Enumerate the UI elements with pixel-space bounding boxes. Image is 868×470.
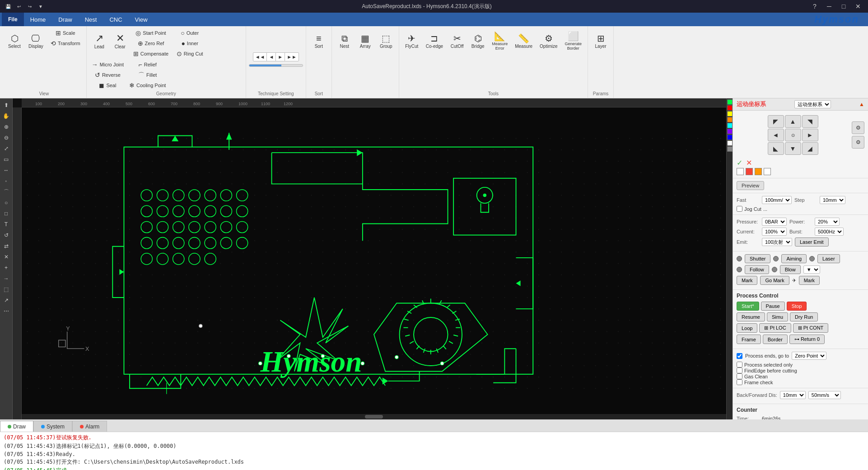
preview-button[interactable]: Preview — [737, 181, 764, 190]
nest-button[interactable]: ⧉ Nest — [335, 28, 355, 54]
dir-ul-btn[interactable]: ◤ — [768, 115, 784, 128]
scale-button[interactable]: ⊞ Scale — [47, 28, 84, 38]
expand-icon[interactable]: ▲ — [859, 101, 864, 107]
zoom-out-tool[interactable]: ⊖ — [1, 133, 11, 143]
canvas-area[interactable]: 100 200 300 400 500 600 700 800 900 1000… — [13, 98, 726, 419]
back-fwd-select1[interactable]: 10mm5mm — [780, 391, 806, 399]
hscrollbar-thumb[interactable] — [365, 415, 383, 419]
color-yellow[interactable] — [727, 111, 733, 116]
resume-button[interactable]: Resume — [737, 312, 765, 321]
sort-next-btn[interactable]: ► — [276, 53, 285, 61]
hscrollbar[interactable] — [22, 414, 726, 419]
color-white[interactable] — [727, 140, 733, 146]
jog-cut-checkbox[interactable] — [737, 206, 742, 212]
redo-icon[interactable]: ↪ — [25, 2, 34, 11]
pad-config2-btn[interactable]: ⚙ — [852, 136, 864, 149]
group-button[interactable]: ⬚ Group — [376, 28, 396, 54]
join-tool[interactable]: + — [1, 263, 11, 273]
color-green[interactable] — [727, 99, 733, 105]
color-cyan[interactable] — [727, 123, 733, 128]
inner-button[interactable]: ● Inner — [172, 38, 208, 48]
color-gray[interactable] — [727, 146, 733, 152]
laser-emit-button[interactable]: Laser Emit — [795, 237, 829, 247]
compensate-button[interactable]: ⊞ Compensate — [131, 49, 171, 59]
measure-length-tool[interactable]: ↔ — [1, 165, 11, 175]
fit-tool[interactable]: ⤢ — [1, 144, 11, 154]
process-selected-checkbox[interactable] — [737, 362, 742, 368]
blow-button[interactable]: Blow — [780, 265, 801, 274]
tab-draw[interactable]: Draw — [0, 421, 33, 432]
dir-left-btn[interactable]: ◄ — [768, 129, 784, 141]
power-select[interactable]: 20%50%100% — [815, 218, 840, 226]
micro-joint-button[interactable]: → Micro Joint — [89, 60, 126, 70]
shape-red-btn[interactable] — [746, 168, 753, 175]
clear-button[interactable]: ✕ Clear — [110, 28, 130, 54]
pt-cont-button[interactable]: ⊞ Pt CONT — [793, 323, 829, 333]
node-tool[interactable]: ◦ — [1, 176, 11, 186]
pause-button[interactable]: Pause — [761, 302, 785, 311]
zero-ref-button[interactable]: ⊕ Zero Ref — [131, 38, 171, 48]
canvas-viewport[interactable]: X Y — [22, 107, 726, 419]
fast-select[interactable]: 100mm/ 50mm/ 200mm/ — [762, 196, 792, 204]
cutoff-button[interactable]: ✂ CutOff — [447, 28, 467, 54]
coedge-button[interactable]: ⊐ Co-edge — [423, 28, 446, 54]
sort-prev-btn[interactable]: ◄ — [267, 53, 276, 61]
maximize-button[interactable]: □ — [837, 2, 850, 11]
ring-cut-button[interactable]: ⊙ Ring Cut — [172, 49, 208, 59]
log-area[interactable]: (07/05 11:45:37)登试恢复失败.(07/05 11:45:43)选… — [0, 432, 868, 470]
menu-file[interactable]: File — [2, 13, 24, 26]
menu-home[interactable]: Home — [24, 13, 52, 26]
stop-button[interactable]: Stop — [787, 302, 807, 311]
flycut-button[interactable]: ✈ FlyCut — [402, 28, 422, 54]
dir-ur-btn[interactable]: ◥ — [802, 115, 818, 128]
cursor-tool[interactable]: ⬆ — [1, 100, 11, 110]
tab-alarm[interactable]: Alarm — [72, 421, 107, 432]
frame-button[interactable]: Frame — [737, 335, 761, 344]
pt-loc-button[interactable]: ⊞ Pt LOC — [759, 323, 791, 333]
dir-dr-btn[interactable]: ◢ — [802, 142, 818, 155]
current-select[interactable]: 100%50% — [762, 228, 787, 236]
help-icon[interactable]: ? — [808, 2, 821, 11]
cooling-point-button[interactable]: ❄ Cooling Point — [127, 80, 168, 90]
simu-button[interactable]: Simu — [767, 312, 788, 321]
menu-view[interactable]: View — [129, 13, 154, 26]
more-tool[interactable]: ⋯ — [1, 306, 11, 316]
loop-button[interactable]: Loop — [737, 323, 757, 333]
measure-error-button[interactable]: 📐 MeasureError — [489, 28, 511, 54]
gas-clean-checkbox[interactable] — [737, 373, 742, 379]
return-0-button[interactable]: ⊶ Return 0 — [789, 335, 825, 344]
rotate-tool[interactable]: ↺ — [1, 230, 11, 240]
display-button[interactable]: 🖵 Display — [25, 28, 47, 54]
array-button[interactable]: ▦ Array — [355, 28, 375, 54]
save-icon[interactable]: 💾 — [4, 2, 13, 11]
process-ends-checkbox[interactable] — [737, 353, 742, 359]
transform-button[interactable]: ⟲ Transform — [47, 38, 84, 48]
fillet-button[interactable]: ⌒ Fillet — [127, 70, 168, 80]
lead-button[interactable]: ↗ Lead — [89, 28, 109, 54]
burst-select[interactable]: 5000Hz1000Hz — [815, 228, 844, 236]
measure-button[interactable]: 📏 Measure — [512, 28, 536, 54]
follow-button[interactable]: Follow — [745, 265, 769, 274]
undo-icon[interactable]: ↩ — [14, 2, 23, 11]
generate-border-button[interactable]: ⬜ GenerateBorder — [562, 28, 585, 54]
go-mark-button[interactable]: Go Mark — [760, 276, 789, 285]
menu-draw[interactable]: Draw — [52, 13, 78, 26]
sort-direction-arrows[interactable]: ◄◄ ◄ ► ►► — [253, 52, 299, 61]
color-orange[interactable] — [727, 117, 733, 122]
process-ends-select[interactable]: Zero Point Stay — [792, 352, 826, 360]
circle-tool[interactable]: ○ — [1, 198, 11, 208]
sort-left-btn[interactable]: ◄◄ — [253, 53, 267, 61]
shape-orange-btn[interactable] — [755, 168, 762, 175]
dir-dl-btn[interactable]: ◣ — [768, 142, 784, 155]
color-purple[interactable] — [727, 129, 733, 134]
color-red[interactable] — [727, 105, 733, 111]
pad-config1-btn[interactable]: ⚙ — [852, 121, 864, 134]
select-tool[interactable]: ▭ — [1, 154, 11, 164]
dir-right-btn[interactable]: ► — [802, 129, 818, 141]
select-button[interactable]: ⬡ Select — [5, 28, 24, 54]
menu-nest[interactable]: Nest — [79, 13, 103, 26]
close-button[interactable]: ✕ — [852, 2, 864, 11]
polyline-tool[interactable]: ⌒ — [1, 187, 11, 197]
dir-center-btn[interactable]: ⊙ — [785, 129, 801, 141]
mirror-tool[interactable]: ⇄ — [1, 241, 11, 251]
